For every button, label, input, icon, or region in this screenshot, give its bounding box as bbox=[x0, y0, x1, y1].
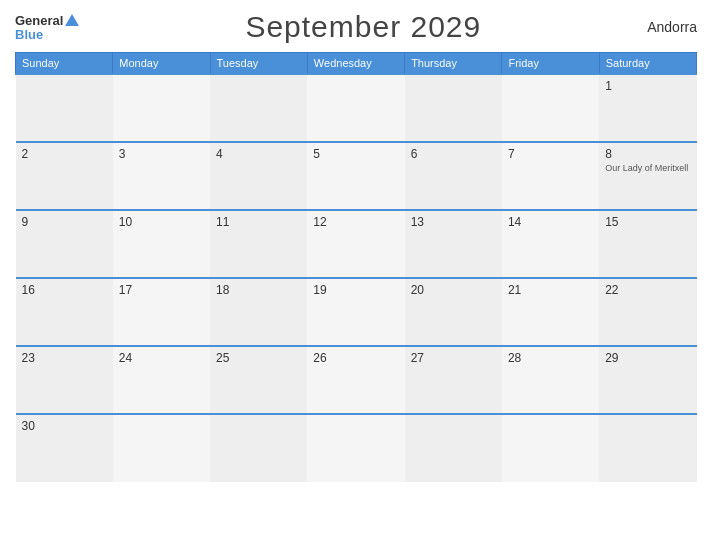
table-row: 6 bbox=[405, 142, 502, 210]
table-row: 17 bbox=[113, 278, 210, 346]
day-number: 29 bbox=[605, 351, 690, 365]
day-number: 16 bbox=[22, 283, 107, 297]
day-number: 27 bbox=[411, 351, 496, 365]
table-row: 7 bbox=[502, 142, 599, 210]
table-row: 19 bbox=[307, 278, 404, 346]
day-number: 15 bbox=[605, 215, 690, 229]
table-row: 18 bbox=[210, 278, 307, 346]
day-number: 22 bbox=[605, 283, 690, 297]
col-saturday: Saturday bbox=[599, 53, 696, 75]
calendar-week-row: 16171819202122 bbox=[16, 278, 697, 346]
day-number: 28 bbox=[508, 351, 593, 365]
table-row: 2 bbox=[16, 142, 113, 210]
table-row: 23 bbox=[16, 346, 113, 414]
table-row: 15 bbox=[599, 210, 696, 278]
day-number: 10 bbox=[119, 215, 204, 229]
table-row bbox=[405, 74, 502, 142]
calendar-week-row: 9101112131415 bbox=[16, 210, 697, 278]
calendar-table: Sunday Monday Tuesday Wednesday Thursday… bbox=[15, 52, 697, 482]
table-row: 30 bbox=[16, 414, 113, 482]
table-row: 10 bbox=[113, 210, 210, 278]
country-label: Andorra bbox=[647, 19, 697, 35]
col-sunday: Sunday bbox=[16, 53, 113, 75]
table-row bbox=[210, 414, 307, 482]
day-number: 19 bbox=[313, 283, 398, 297]
col-wednesday: Wednesday bbox=[307, 53, 404, 75]
table-row bbox=[113, 414, 210, 482]
calendar-week-row: 23242526272829 bbox=[16, 346, 697, 414]
day-number: 26 bbox=[313, 351, 398, 365]
table-row: 3 bbox=[113, 142, 210, 210]
table-row: 11 bbox=[210, 210, 307, 278]
table-row bbox=[210, 74, 307, 142]
holiday-label: Our Lady of Meritxell bbox=[605, 163, 690, 175]
table-row bbox=[405, 414, 502, 482]
col-monday: Monday bbox=[113, 53, 210, 75]
calendar-week-row: 1 bbox=[16, 74, 697, 142]
day-number: 18 bbox=[216, 283, 301, 297]
logo-general-text: General bbox=[15, 14, 63, 27]
table-row: 8Our Lady of Meritxell bbox=[599, 142, 696, 210]
col-tuesday: Tuesday bbox=[210, 53, 307, 75]
table-row: 14 bbox=[502, 210, 599, 278]
logo-blue-text: Blue bbox=[15, 28, 43, 41]
day-number: 23 bbox=[22, 351, 107, 365]
day-number: 8 bbox=[605, 147, 690, 161]
day-number: 21 bbox=[508, 283, 593, 297]
table-row: 27 bbox=[405, 346, 502, 414]
col-friday: Friday bbox=[502, 53, 599, 75]
table-row bbox=[502, 74, 599, 142]
day-number: 2 bbox=[22, 147, 107, 161]
day-number: 1 bbox=[605, 79, 690, 93]
table-row: 1 bbox=[599, 74, 696, 142]
table-row: 28 bbox=[502, 346, 599, 414]
day-number: 12 bbox=[313, 215, 398, 229]
day-number: 25 bbox=[216, 351, 301, 365]
table-row: 13 bbox=[405, 210, 502, 278]
table-row: 26 bbox=[307, 346, 404, 414]
calendar-week-row: 2345678Our Lady of Meritxell bbox=[16, 142, 697, 210]
day-number: 7 bbox=[508, 147, 593, 161]
day-number: 14 bbox=[508, 215, 593, 229]
table-row bbox=[16, 74, 113, 142]
page-title: September 2029 bbox=[245, 10, 481, 44]
table-row bbox=[307, 414, 404, 482]
table-row: 25 bbox=[210, 346, 307, 414]
day-number: 24 bbox=[119, 351, 204, 365]
header: General Blue September 2029 Andorra bbox=[15, 10, 697, 44]
table-row bbox=[599, 414, 696, 482]
table-row: 4 bbox=[210, 142, 307, 210]
calendar-page: General Blue September 2029 Andorra Sund… bbox=[0, 0, 712, 550]
day-number: 13 bbox=[411, 215, 496, 229]
table-row: 5 bbox=[307, 142, 404, 210]
day-number: 11 bbox=[216, 215, 301, 229]
calendar-header-row: Sunday Monday Tuesday Wednesday Thursday… bbox=[16, 53, 697, 75]
day-number: 9 bbox=[22, 215, 107, 229]
table-row: 24 bbox=[113, 346, 210, 414]
table-row bbox=[307, 74, 404, 142]
table-row: 29 bbox=[599, 346, 696, 414]
table-row: 16 bbox=[16, 278, 113, 346]
logo: General Blue bbox=[15, 14, 79, 41]
table-row: 21 bbox=[502, 278, 599, 346]
day-number: 4 bbox=[216, 147, 301, 161]
table-row: 9 bbox=[16, 210, 113, 278]
col-thursday: Thursday bbox=[405, 53, 502, 75]
table-row: 12 bbox=[307, 210, 404, 278]
day-number: 5 bbox=[313, 147, 398, 161]
table-row: 20 bbox=[405, 278, 502, 346]
table-row bbox=[502, 414, 599, 482]
logo-triangle-icon bbox=[65, 14, 79, 26]
day-number: 3 bbox=[119, 147, 204, 161]
calendar-week-row: 30 bbox=[16, 414, 697, 482]
day-number: 30 bbox=[22, 419, 107, 433]
table-row: 22 bbox=[599, 278, 696, 346]
day-number: 17 bbox=[119, 283, 204, 297]
day-number: 6 bbox=[411, 147, 496, 161]
table-row bbox=[113, 74, 210, 142]
day-number: 20 bbox=[411, 283, 496, 297]
